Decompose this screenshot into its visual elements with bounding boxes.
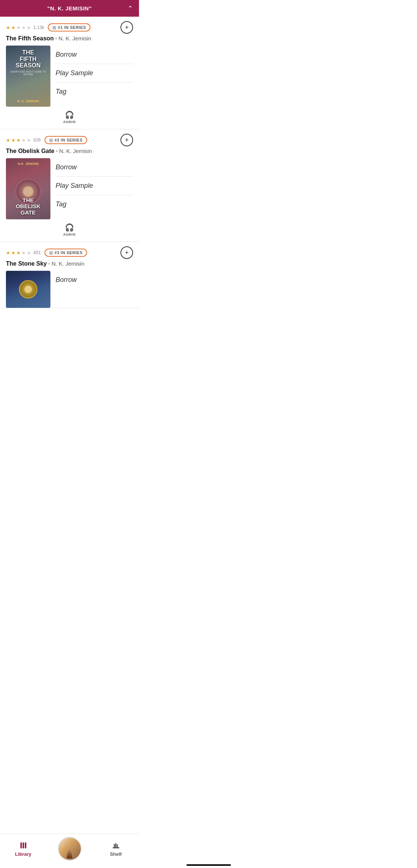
book-content-row: Borrow	[6, 271, 133, 308]
audio-badge: 🎧 AUDIO	[6, 110, 133, 124]
cover-subtitle: EVERY AGE MUST COME TO AN END	[9, 70, 47, 76]
title-author-line: The Obelisk Gate • N. K. Jemisin	[6, 148, 133, 154]
audio-icon: 🎧	[65, 110, 74, 119]
borrow-label: Borrow	[56, 276, 77, 283]
audio-text: AUDIO	[63, 120, 76, 124]
star-5: ★	[27, 137, 31, 143]
star-rating: ★ ★ ★ ★ ★	[6, 25, 31, 30]
star-1: ★	[6, 25, 10, 30]
book-item-fifth-season: ★ ★ ★ ★ ★ 1.13k ▦ #1 IN SERIES + The Fif…	[0, 17, 139, 129]
audio-badge: 🎧 AUDIO	[6, 223, 133, 236]
meta-left: ★ ★ ★ ★ ★ 451 ▦ #3 IN SERIES	[6, 249, 87, 257]
series-number: #2 IN SERIES	[54, 138, 83, 142]
dot-separator: •	[48, 261, 50, 267]
book-content-row: N.K. JEMISIN THEOBELISKGATE Borrow Play …	[6, 158, 133, 219]
star-1: ★	[6, 250, 10, 256]
book-actions: Borrow Play Sample Tag	[56, 46, 133, 107]
star-5: ★	[27, 250, 31, 256]
play-sample-label: Play Sample	[56, 182, 93, 189]
series-number: #3 IN SERIES	[54, 250, 83, 255]
book-meta-row: ★ ★ ★ ★ ★ 626 ▦ #2 IN SERIES +	[6, 134, 133, 146]
series-badge-icon: ▦	[52, 25, 56, 30]
book-item-stone-sky: ★ ★ ★ ★ ★ 451 ▦ #3 IN SERIES + The Stone…	[0, 242, 139, 308]
header-chevron-icon[interactable]: ⌃	[128, 4, 133, 13]
book-meta-row: ★ ★ ★ ★ ★ 451 ▦ #3 IN SERIES +	[6, 246, 133, 259]
borrow-action[interactable]: Borrow	[56, 158, 133, 177]
cover-author: N.K. JEMISIN	[18, 162, 39, 166]
book-title: The Obelisk Gate	[6, 148, 54, 154]
meta-left: ★ ★ ★ ★ ★ 1.13k ▦ #1 IN SERIES	[6, 23, 90, 31]
series-number: #1 IN SERIES	[58, 25, 86, 30]
series-badge: ▦ #1 IN SERIES	[48, 23, 90, 31]
book-actions: Borrow	[56, 271, 133, 308]
header-title: "N. K. JEMISIN"	[47, 5, 92, 11]
add-button[interactable]: +	[120, 134, 133, 146]
add-button[interactable]: +	[120, 246, 133, 259]
star-4: ★	[21, 25, 26, 30]
cover-author: N. K. JEMISIN	[17, 99, 39, 103]
play-sample-action[interactable]: Play Sample	[56, 177, 133, 195]
cover-title: THEFIFTHSEASON	[16, 49, 41, 69]
series-badge-icon: ▦	[49, 250, 53, 255]
rating-count: 626	[33, 137, 41, 143]
star-1: ★	[6, 137, 10, 143]
borrow-label: Borrow	[56, 163, 77, 171]
meta-left: ★ ★ ★ ★ ★ 626 ▦ #2 IN SERIES	[6, 136, 87, 144]
star-2: ★	[11, 250, 16, 256]
borrow-action[interactable]: Borrow	[56, 46, 133, 64]
title-author-line: The Fifth Season • N. K. Jemisin	[6, 35, 133, 42]
book-item-obelisk-gate: ★ ★ ★ ★ ★ 626 ▦ #2 IN SERIES + The Obeli…	[0, 129, 139, 242]
star-rating: ★ ★ ★ ★ ★	[6, 137, 31, 143]
star-3: ★	[16, 250, 21, 256]
book-cover[interactable]: THEFIFTHSEASON EVERY AGE MUST COME TO AN…	[6, 46, 50, 107]
borrow-action[interactable]: Borrow	[56, 271, 133, 289]
star-5: ★	[27, 25, 31, 30]
book-cover[interactable]	[6, 271, 50, 308]
book-actions: Borrow Play Sample Tag	[56, 158, 133, 219]
header: "N. K. JEMISIN" ⌃	[0, 0, 139, 17]
book-meta-row: ★ ★ ★ ★ ★ 1.13k ▦ #1 IN SERIES +	[6, 21, 133, 34]
cover-art	[6, 271, 50, 308]
cover-title: THEOBELISKGATE	[16, 197, 41, 216]
book-cover[interactable]: N.K. JEMISIN THEOBELISKGATE	[6, 158, 50, 219]
series-badge: ▦ #3 IN SERIES	[44, 249, 87, 257]
play-sample-action[interactable]: Play Sample	[56, 64, 133, 83]
star-2: ★	[11, 137, 16, 143]
star-4: ★	[21, 250, 26, 256]
book-title: The Stone Sky	[6, 260, 47, 267]
rating-count: 1.13k	[33, 25, 44, 30]
star-rating: ★ ★ ★ ★ ★	[6, 250, 31, 256]
book-author: N. K. Jemisin	[59, 148, 92, 154]
book-author: N. K. Jemisin	[52, 260, 84, 267]
star-2: ★	[11, 25, 16, 30]
audio-text: AUDIO	[63, 233, 76, 236]
series-badge-icon: ▦	[49, 137, 53, 143]
book-title: The Fifth Season	[6, 35, 54, 42]
rating-count: 451	[33, 250, 41, 255]
add-icon: +	[125, 137, 129, 143]
star-4: ★	[21, 137, 26, 143]
book-content-row: THEFIFTHSEASON EVERY AGE MUST COME TO AN…	[6, 46, 133, 107]
star-3: ★	[16, 137, 21, 143]
title-author-line: The Stone Sky • N. K. Jemisin	[6, 260, 133, 267]
add-icon: +	[125, 24, 129, 31]
tag-label: Tag	[56, 200, 66, 208]
cover-art: THEFIFTHSEASON EVERY AGE MUST COME TO AN…	[6, 46, 50, 107]
scroll-content: ★ ★ ★ ★ ★ 1.13k ▦ #1 IN SERIES + The Fif…	[0, 17, 139, 353]
tag-label: Tag	[56, 88, 66, 95]
star-3: ★	[16, 25, 21, 30]
borrow-label: Borrow	[56, 51, 77, 58]
add-button[interactable]: +	[120, 21, 133, 34]
series-badge: ▦ #2 IN SERIES	[44, 136, 87, 144]
add-icon: +	[125, 249, 129, 256]
dot-separator: •	[56, 148, 58, 154]
book-author: N. K. Jemisin	[59, 35, 91, 41]
play-sample-label: Play Sample	[56, 69, 93, 77]
dot-separator: •	[55, 36, 57, 41]
tag-action[interactable]: Tag	[56, 83, 133, 101]
audio-icon: 🎧	[65, 223, 74, 232]
cover-art: N.K. JEMISIN THEOBELISKGATE	[6, 158, 50, 219]
tag-action[interactable]: Tag	[56, 195, 133, 213]
